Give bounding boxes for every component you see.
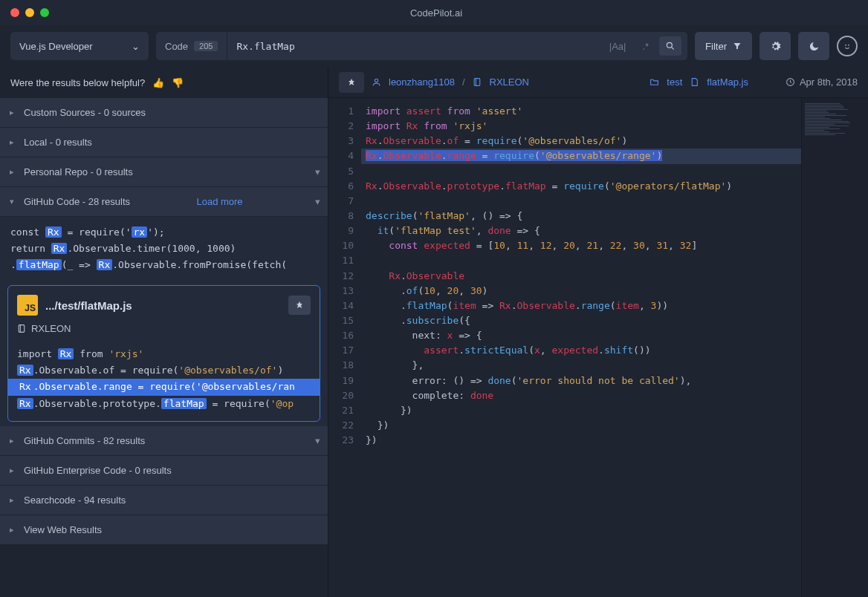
svg-rect-7	[474, 79, 480, 86]
file-date: Apr 8th, 2018	[786, 76, 858, 88]
repo-icon	[473, 77, 482, 87]
app-title: CodePilot.ai	[49, 7, 823, 19]
user-icon	[372, 77, 381, 87]
section-label: Custom Sources - 0 sources	[24, 107, 146, 118]
theme-button[interactable]	[798, 32, 829, 60]
gear-icon	[770, 41, 781, 52]
moon-icon	[809, 41, 820, 52]
pin-button[interactable]	[288, 296, 311, 315]
funnel-icon	[733, 42, 742, 50]
chevron-right-icon: ▸	[7, 466, 16, 475]
search-scope-pill[interactable]: Code 205	[156, 32, 227, 60]
code-content[interactable]: import assert from 'assert' import Rx fr…	[361, 98, 801, 597]
chevron-down-icon: ▾	[7, 197, 16, 206]
clock-icon	[786, 77, 795, 87]
search-button[interactable]	[659, 36, 681, 56]
code-viewer: leonzhang1108 / RXLEON test flatMap.js A…	[328, 67, 868, 597]
search-box: Code 205 |Aa| .*	[156, 32, 687, 60]
section-view-web[interactable]: ▸ View Web Results	[0, 515, 328, 545]
section-enterprise[interactable]: ▸ GitHub Enterprise Code - 0 results	[0, 456, 328, 486]
card-snippet: import Rx from 'rxjs' Rx.Observable.of =…	[8, 342, 320, 420]
maximize-window-icon[interactable]	[40, 8, 49, 17]
profile-selector[interactable]: Vue.js Developer ⌄	[10, 32, 149, 60]
line-gutter: 1234567891011121314151617181920212223	[328, 98, 361, 597]
section-github-commits[interactable]: ▸ GitHub Commits - 82 results ▾	[0, 426, 328, 456]
toolbar: Vue.js Developer ⌄ Code 205 |Aa| .* Filt…	[0, 25, 868, 67]
section-label: View Web Results	[24, 524, 102, 535]
chevron-right-icon: ▸	[7, 436, 16, 446]
pin-tab-button[interactable]	[339, 72, 364, 93]
result-list: const Rx = require('rx'); return Rx.Obse…	[0, 217, 328, 426]
chevron-right-icon: ▸	[7, 495, 16, 505]
funnel-icon[interactable]: ▾	[315, 196, 320, 207]
pin-icon	[295, 301, 304, 310]
scope-count: 205	[194, 41, 218, 51]
thumbs-up-icon[interactable]: 👍	[152, 77, 164, 88]
profile-label: Vue.js Developer	[19, 41, 93, 52]
filter-button[interactable]: Filter	[695, 32, 752, 60]
repo-link[interactable]: RXLEON	[490, 76, 529, 88]
section-label: GitHub Enterprise Code - 0 results	[24, 465, 172, 476]
user-link[interactable]: leonzhang1108	[389, 76, 455, 88]
folder-icon	[650, 77, 659, 87]
funnel-icon[interactable]: ▾	[315, 435, 320, 446]
section-label: GitHub Commits - 82 results	[24, 435, 145, 446]
section-searchcode[interactable]: ▸ Searchcode - 94 results	[0, 486, 328, 515]
section-personal-repo[interactable]: ▸ Personal Repo - 0 results ▾	[0, 157, 328, 187]
chevron-right-icon: ▸	[7, 108, 16, 117]
scope-label: Code	[165, 41, 188, 52]
section-github-code[interactable]: ▾ GitHub Code - 28 results Load more ▾	[0, 187, 328, 217]
search-input[interactable]	[227, 32, 603, 60]
feedback-text: Were the results below helpful?	[10, 77, 145, 88]
svg-point-0	[667, 42, 672, 48]
chevron-right-icon: ▸	[7, 525, 16, 535]
filter-label: Filter	[705, 41, 727, 52]
close-window-icon[interactable]	[10, 8, 19, 17]
section-label: Personal Repo - 0 results	[24, 166, 133, 177]
result-snippet[interactable]: const Rx = require('rx'); return Rx.Obse…	[0, 217, 328, 281]
chevron-right-icon: ▸	[7, 137, 16, 147]
case-sensitive-toggle[interactable]: |Aa|	[603, 36, 632, 56]
section-local[interactable]: ▸ Local - 0 results	[0, 128, 328, 157]
chevron-down-icon: ⌄	[132, 41, 140, 52]
svg-rect-4	[19, 325, 25, 333]
svg-point-2	[846, 45, 846, 45]
load-more-link[interactable]: Load more	[196, 196, 242, 207]
result-path: .../test/flatMap.js	[45, 299, 281, 312]
section-label: Searchcode - 94 results	[24, 495, 126, 506]
section-label: GitHub Code - 28 results	[24, 196, 130, 207]
svg-line-1	[672, 47, 674, 49]
feedback-button[interactable]	[837, 36, 858, 56]
minimize-window-icon[interactable]	[25, 8, 34, 17]
funnel-icon[interactable]: ▾	[315, 166, 320, 177]
svg-point-3	[849, 45, 849, 45]
file-icon	[690, 77, 699, 87]
titlebar: CodePilot.ai	[0, 0, 868, 25]
sidebar: Were the results below helpful? 👍 👎 ▸ Cu…	[0, 67, 328, 597]
minimap[interactable]	[801, 98, 868, 597]
svg-point-6	[375, 79, 378, 82]
pin-icon	[347, 78, 356, 87]
viewer-header: leonzhang1108 / RXLEON test flatMap.js A…	[328, 67, 868, 98]
js-file-icon: JS	[17, 295, 38, 316]
section-label: Local - 0 results	[24, 137, 92, 148]
thumbs-down-icon[interactable]: 👎	[172, 77, 184, 88]
folder-link[interactable]: test	[667, 76, 682, 88]
chevron-right-icon: ▸	[7, 167, 16, 177]
settings-button[interactable]	[760, 32, 791, 60]
feedback-bar: Were the results below helpful? 👍 👎	[0, 67, 328, 98]
repo-icon	[17, 324, 27, 333]
regex-toggle[interactable]: .*	[636, 36, 655, 56]
smile-icon	[841, 40, 853, 52]
repo-name: RXLEON	[31, 323, 71, 334]
section-custom-sources[interactable]: ▸ Custom Sources - 0 sources	[0, 98, 328, 128]
result-card-active[interactable]: JS .../test/flatMap.js RXLEON import Rx …	[7, 285, 320, 421]
file-link[interactable]: flatMap.js	[707, 76, 748, 88]
